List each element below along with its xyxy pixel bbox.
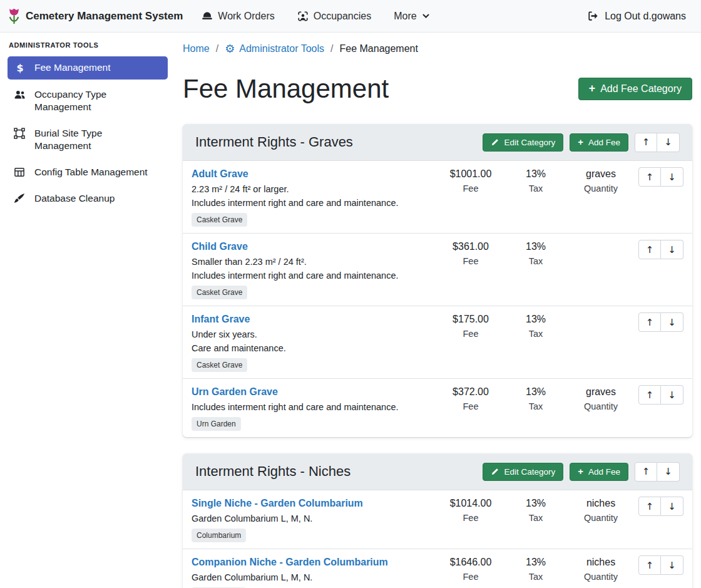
- fee-type-badge: Casket Grave: [192, 213, 247, 227]
- fee-name-link[interactable]: Child Grave: [192, 240, 433, 253]
- sidebar-item-label: Config Table Management: [34, 166, 148, 178]
- quantity-column: niches Quantity: [568, 555, 633, 583]
- arrow-up-icon: ↑: [646, 172, 654, 183]
- breadcrumb-admin-tools-link[interactable]: ⚙ Administrator Tools: [225, 41, 324, 56]
- plus-icon: +: [578, 467, 583, 477]
- nav-item-more[interactable]: More: [394, 11, 429, 22]
- nav-item-work-orders[interactable]: Work Orders: [202, 11, 274, 22]
- move-fee-down-button[interactable]: ↓: [661, 167, 683, 187]
- sidebar-item-occupancy-type-management[interactable]: Occupancy Type Management: [8, 83, 168, 118]
- fee-name-link[interactable]: Adult Grave: [192, 167, 433, 180]
- move-category-up-button[interactable]: ↑: [635, 133, 657, 152]
- quantity-label: Quantity: [568, 182, 633, 195]
- arrow-down-icon: ↓: [668, 317, 676, 328]
- fee-amount-label: Fee: [438, 570, 503, 583]
- nav-item-occupancies[interactable]: Occupancies: [297, 11, 372, 22]
- fee-reorder-group: ↑ ↓: [638, 312, 683, 332]
- move-fee-up-button[interactable]: ↑: [638, 385, 661, 405]
- arrow-down-icon: ↓: [668, 244, 676, 255]
- fee-amount-column: $1646.00 Fee: [438, 555, 503, 583]
- add-fee-category-button[interactable]: + Add Fee Category: [578, 78, 692, 100]
- fee-amount-label: Fee: [438, 512, 503, 524]
- nav-links: Work Orders Occupancies More: [202, 11, 429, 22]
- fee-info: Urn Garden Grave Includes interment righ…: [192, 385, 438, 431]
- edit-category-button[interactable]: Edit Category: [483, 133, 563, 152]
- pencil-icon: [491, 138, 499, 147]
- move-fee-up-button[interactable]: ↑: [638, 240, 661, 259]
- arrow-up-icon: ↑: [646, 244, 654, 255]
- fee-amount: $1001.00: [438, 167, 503, 180]
- move-fee-down-button[interactable]: ↓: [661, 385, 683, 405]
- quantity-label: Quantity: [568, 512, 633, 524]
- tax-column: 13% Tax: [503, 240, 568, 267]
- sidebar-heading: ADMINISTRATOR TOOLS: [8, 41, 168, 56]
- fee-amount-column: $1001.00 Fee: [438, 167, 503, 195]
- add-fee-label: Add Fee: [588, 467, 620, 477]
- fee-description: Includes interment right and care and ma…: [192, 197, 433, 209]
- fee-amount: $361.00: [438, 240, 503, 253]
- fee-row: Adult Grave 2.23 m² / 24 ft² or larger. …: [183, 161, 692, 234]
- fee-type-badge: Urn Garden: [192, 417, 241, 431]
- main-content: Home / ⚙ Administrator Tools / Fee Manag…: [175, 33, 701, 588]
- tax-value: 13%: [503, 240, 568, 253]
- move-fee-down-button[interactable]: ↓: [661, 555, 683, 575]
- fee-name-link[interactable]: Urn Garden Grave: [192, 385, 433, 398]
- tax-label: Tax: [503, 328, 568, 340]
- chevron-down-icon: [422, 12, 430, 20]
- nav-item-label: More: [394, 11, 416, 22]
- fee-reorder-group: ↑ ↓: [638, 497, 683, 516]
- plus-icon: +: [578, 138, 583, 147]
- move-fee-down-button[interactable]: ↓: [661, 497, 683, 516]
- quantity-label: Quantity: [568, 400, 633, 413]
- fee-name-link[interactable]: Single Niche - Garden Columbarium: [192, 497, 433, 510]
- edit-category-label: Edit Category: [504, 467, 555, 477]
- sidebar-item-fee-management[interactable]: $ Fee Management: [8, 56, 168, 80]
- breadcrumb-admin-tools-label: Administrator Tools: [239, 41, 324, 56]
- category-header: Interment Rights - Graves Edit Category …: [183, 124, 692, 161]
- breadcrumb-home-link[interactable]: Home: [183, 41, 210, 56]
- tax-column: 13% Tax: [503, 497, 568, 524]
- sidebar-item-config-table-management[interactable]: Config Table Management: [8, 161, 168, 183]
- add-fee-button[interactable]: + Add Fee: [570, 133, 628, 152]
- brand[interactable]: Cemetery Management System: [8, 8, 183, 24]
- fee-name-link[interactable]: Companion Niche - Garden Columbarium: [192, 555, 433, 569]
- tax-value: 13%: [503, 312, 568, 326]
- fee-info: Adult Grave 2.23 m² / 24 ft² or larger. …: [192, 167, 438, 227]
- person-bounding-box-icon: [297, 11, 309, 22]
- sidebar-item-label: Fee Management: [34, 61, 111, 74]
- move-fee-up-button[interactable]: ↑: [638, 167, 661, 187]
- fee-amount-label: Fee: [438, 255, 503, 267]
- category-header: Interment Rights - Niches Edit Category …: [183, 453, 692, 490]
- fee-info: Child Grave Smaller than 2.23 m² / 24 ft…: [192, 240, 438, 299]
- fee-info: Single Niche - Garden Columbarium Garden…: [192, 497, 438, 542]
- pencil-icon: [491, 468, 499, 476]
- fee-description: Includes interment right and care and ma…: [192, 401, 433, 413]
- arrow-down-icon: ↓: [668, 172, 676, 183]
- fee-reorder-group: ↑ ↓: [638, 240, 683, 259]
- move-fee-up-button[interactable]: ↑: [638, 555, 661, 575]
- fee-type-badge: Columbarium: [192, 529, 246, 542]
- sidebar-item-burial-site-type-management[interactable]: Burial Site Type Management: [8, 122, 168, 157]
- move-fee-down-button[interactable]: ↓: [661, 312, 683, 332]
- category-reorder-group: ↑ ↓: [635, 133, 680, 152]
- category-reorder-group: ↑ ↓: [635, 462, 680, 482]
- move-category-up-button[interactable]: ↑: [635, 462, 657, 482]
- sidebar-item-database-cleanup[interactable]: Database Cleanup: [8, 187, 168, 210]
- fee-type-badge: Casket Grave: [192, 358, 247, 372]
- add-fee-button[interactable]: + Add Fee: [570, 463, 628, 481]
- move-category-down-button[interactable]: ↓: [657, 133, 680, 152]
- logout-button[interactable]: Log Out d.gowans: [587, 10, 686, 22]
- quantity-unit: niches: [568, 497, 633, 510]
- move-fee-up-button[interactable]: ↑: [638, 497, 661, 516]
- move-category-down-button[interactable]: ↓: [657, 462, 680, 482]
- sidebar-item-label: Database Cleanup: [34, 192, 115, 205]
- fee-name-link[interactable]: Infant Grave: [192, 312, 433, 326]
- fee-description: Smaller than 2.23 m² / 24 ft².: [192, 255, 433, 268]
- fee-description: Care and maintenance.: [192, 342, 433, 354]
- edit-category-button[interactable]: Edit Category: [483, 463, 563, 481]
- fee-amount-label: Fee: [438, 182, 503, 195]
- fee-amount-column: $361.00 Fee: [438, 240, 503, 267]
- page-header: Fee Management + Add Fee Category: [183, 73, 692, 105]
- move-fee-down-button[interactable]: ↓: [661, 240, 683, 259]
- move-fee-up-button[interactable]: ↑: [638, 312, 661, 332]
